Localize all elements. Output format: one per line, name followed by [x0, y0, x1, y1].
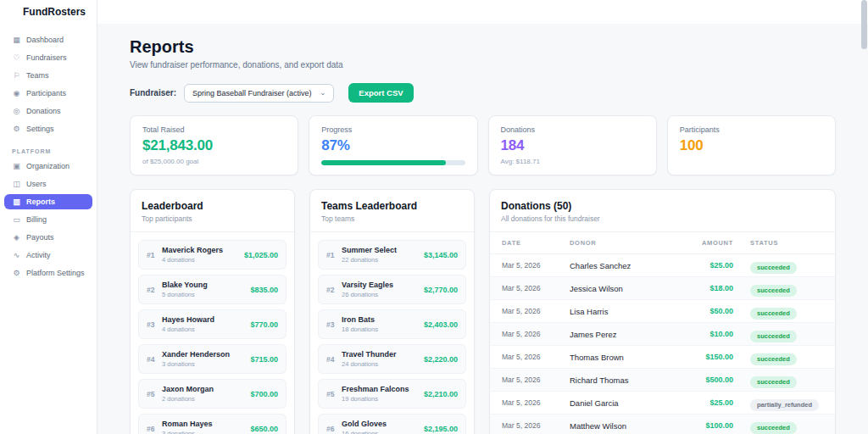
sidebar-item[interactable]: ▦ Dashboard [4, 32, 92, 47]
dashboard-icon: ▦ [12, 36, 21, 44]
sidebar-item[interactable]: ▭ Billing [4, 212, 92, 227]
sidebar-item-label: Donations [26, 107, 61, 115]
participant-name: Maverick Rogers [162, 246, 223, 254]
donation-status: succeeded [738, 418, 823, 434]
table-row: Mar 5, 2026 Richard Thomas $500.00 succe… [490, 369, 835, 392]
participant-amount: $650.00 [250, 425, 278, 433]
status-badge: succeeded [750, 308, 797, 320]
leaderboard-title: Leaderboard [142, 200, 283, 212]
sidebar-item[interactable]: ◈ Payouts [4, 230, 92, 245]
list-item: #5 Freshman Falcons 19 donations $2,210.… [318, 379, 466, 409]
sidebar-item[interactable]: ∿ Activity [4, 248, 92, 263]
fundraiser-label: Fundraiser: [130, 88, 176, 97]
list-item: #2 Varsity Eagles 26 donations $2,770.00 [318, 275, 466, 304]
users-icon: ◫ [12, 180, 21, 188]
sidebar-section-label: PLATFORM [4, 139, 92, 159]
donation-amount: $25.00 [669, 261, 738, 270]
stat-card-progress: Progress 87% [309, 115, 477, 175]
participant-info: Blake Young 5 donations [162, 281, 208, 298]
stat-value-progress: 87% [321, 137, 465, 154]
donation-amount: $50.00 [669, 307, 738, 315]
table-row: Mar 5, 2026 Matthew Wilson $100.00 succe… [490, 415, 835, 434]
donations-header: Donations (50) All donations for this fu… [490, 190, 835, 232]
sidebar: ▦ Dashboard ♡ Fundraisers ⚐ Teams ◉ [0, 24, 97, 434]
stat-card-participants: Participants 100 [667, 115, 836, 175]
sidebar-item-label: Settings [26, 125, 54, 133]
sidebar-item-label: Teams [26, 71, 49, 80]
toolbar: Fundraiser: Spring Baseball Fundraiser (… [130, 83, 836, 103]
table-row: Mar 5, 2026 Charles Sanchez $25.00 succe… [490, 254, 835, 277]
sidebar-item[interactable]: ⚙ Settings [4, 121, 92, 136]
rank-label: #3 [147, 320, 162, 329]
participants-icon: ◉ [12, 89, 21, 97]
team-name: Travel Thunder [342, 350, 397, 359]
participant-amount: $1,025.00 [244, 251, 278, 259]
list-item: #5 Jaxon Morgan 2 donations $700.00 [138, 379, 287, 409]
team-name: Gold Gloves [342, 420, 387, 428]
participant-info: Hayes Howard 4 donations [162, 315, 214, 333]
platform-settings-icon: ⚙ [12, 269, 21, 277]
participant-name: Hayes Howard [162, 315, 214, 324]
team-name: Iron Bats [342, 315, 378, 324]
list-item: #4 Xander Henderson 3 donations $715.00 [138, 344, 287, 374]
team-info: Gold Gloves 16 donations [342, 420, 387, 434]
list-item: #1 Maverick Rogers 4 donations $1,025.00 [138, 240, 287, 270]
participant-amount: $700.00 [250, 390, 278, 398]
team-donation-count: 19 donations [342, 395, 409, 403]
sidebar-item-label: Users [26, 180, 47, 188]
donation-date: Mar 5, 2026 [502, 284, 570, 292]
leaderboard-header: Leaderboard Top participants [131, 190, 294, 232]
team-donation-count: 26 donations [342, 291, 393, 298]
teams-icon: ⚐ [12, 71, 21, 80]
donation-donor: Matthew Wilson [570, 421, 669, 431]
donation-amount: $500.00 [669, 376, 738, 384]
sidebar-item[interactable]: ◫ Users [4, 176, 92, 192]
sidebar-item[interactable]: ⚙ Platform Settings [4, 265, 92, 281]
participant-name: Xander Henderson [162, 350, 230, 359]
sidebar-item[interactable]: ▥ Reports [4, 194, 92, 209]
team-donation-count: 24 donations [342, 360, 397, 368]
sidebar-item-label: Dashboard [26, 36, 64, 44]
status-badge: partially_refunded [750, 399, 819, 411]
list-item: #3 Iron Bats 18 donations $2,403.00 [318, 309, 466, 339]
donation-amount: $18.00 [669, 284, 738, 292]
settings-icon: ⚙ [12, 125, 21, 133]
teams-leaderboard-list: #1 Summer Select 22 donations $3,145.00 … [310, 232, 474, 434]
participant-donation-count: 2 donations [162, 395, 214, 403]
rank-label: #6 [326, 425, 342, 433]
list-item: #1 Summer Select 22 donations $3,145.00 [318, 240, 466, 270]
donation-date: Mar 5, 2026 [502, 353, 570, 361]
sidebar-item-label: Activity [26, 251, 51, 259]
app-logo: FundRosters [23, 6, 86, 18]
team-amount: $3,145.00 [424, 251, 458, 259]
donation-date: Mar 5, 2026 [502, 307, 570, 315]
page-subtitle: View fundraiser performance, donations, … [130, 60, 836, 70]
sidebar-item[interactable]: ⚐ Teams [4, 68, 92, 83]
fundraiser-select[interactable]: Spring Baseball Fundraiser (active) ⌄ [184, 84, 334, 103]
sidebar-item[interactable]: ◎ Donations [4, 103, 92, 119]
leaderboard-panel: Leaderboard Top participants #1 Maverick… [130, 189, 295, 434]
status-badge: succeeded [750, 331, 797, 342]
status-badge: succeeded [750, 353, 797, 365]
sidebar-item[interactable]: ♡ Fundraisers [4, 50, 92, 65]
donation-amount: $150.00 [669, 353, 738, 361]
main-content: Reports View fundraiser performance, don… [97, 24, 868, 434]
body-row: ▦ Dashboard ♡ Fundraisers ⚐ Teams ◉ [0, 24, 868, 434]
scrollbar-thumb[interactable] [861, 0, 867, 49]
status-badge: succeeded [750, 422, 797, 434]
participant-amount: $770.00 [250, 320, 278, 329]
sidebar-item[interactable]: ▣ Organization [4, 159, 92, 174]
rank-label: #6 [147, 425, 162, 433]
team-info: Summer Select 22 donations [342, 246, 397, 264]
payouts-icon: ◈ [12, 233, 21, 242]
leaderboard-subtitle: Top participants [142, 214, 283, 223]
organization-icon: ▣ [12, 162, 21, 170]
donation-status: succeeded [738, 258, 823, 274]
sidebar-item[interactable]: ◉ Participants [4, 86, 92, 101]
team-name: Varsity Eagles [342, 281, 393, 289]
export-csv-button[interactable]: Export CSV [348, 83, 413, 103]
stat-label: Participants [680, 125, 823, 134]
stat-card-donations: Donations 184 Avg: $118.71 [488, 115, 657, 175]
donation-status: succeeded [738, 372, 823, 388]
donations-panel: Donations (50) All donations for this fu… [489, 189, 836, 434]
